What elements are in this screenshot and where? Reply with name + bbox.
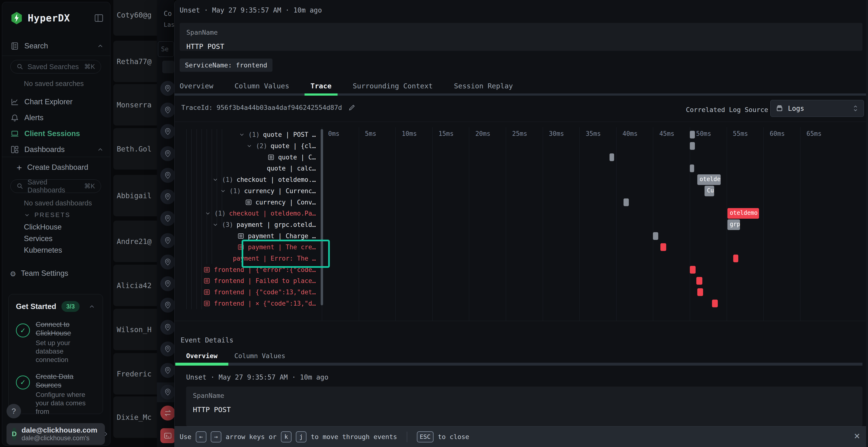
location-pin-icon[interactable] bbox=[160, 189, 175, 204]
trace-span-bar[interactable] bbox=[610, 153, 614, 161]
tab-column-values[interactable]: Column Values bbox=[235, 82, 289, 90]
tab-surrounding-context[interactable]: Surrounding Context bbox=[353, 82, 433, 90]
trace-span-bar[interactable] bbox=[690, 142, 695, 150]
trace-tree-row[interactable]: quote | calc… bbox=[175, 163, 319, 174]
chevron-down-icon[interactable] bbox=[239, 132, 245, 138]
timeline-gridline bbox=[506, 127, 506, 321]
trace-tree-row[interactable]: frontend | {"code":13,"det… bbox=[175, 286, 319, 298]
saved-dashboards-placeholder: Saved Dashboards bbox=[28, 178, 80, 194]
edit-pencil-icon[interactable] bbox=[348, 104, 356, 111]
create-dashboard-button[interactable]: + Create Dashboard bbox=[17, 161, 104, 174]
location-pin-icon[interactable] bbox=[160, 103, 175, 117]
session-name: Coty60@g bbox=[117, 11, 152, 19]
saved-dashboards-input[interactable]: Saved Dashboards ⌘K bbox=[10, 179, 101, 193]
trace-span-bar[interactable] bbox=[733, 254, 738, 262]
trace-span-bar[interactable]: grpc bbox=[727, 219, 740, 230]
trace-span-bar[interactable] bbox=[660, 243, 666, 251]
trace-tree-row[interactable]: (3)payment | grpc.oteld… bbox=[175, 219, 319, 231]
location-pin-icon[interactable] bbox=[160, 342, 175, 356]
trace-tree-row[interactable]: currency | Conv… bbox=[175, 197, 319, 208]
location-pin-icon[interactable] bbox=[160, 81, 175, 96]
app-root: Coty60@gRetha77@MonserraBeth.GolAbbigail… bbox=[0, 0, 868, 447]
waterfall-scrollbar[interactable] bbox=[321, 129, 323, 305]
location-pin-icon[interactable] bbox=[160, 298, 175, 313]
trace-span-bar[interactable]: oteldemo. bbox=[697, 174, 721, 185]
get-started-item[interactable]: ✓Create Data SourcesConfigure where your… bbox=[16, 372, 95, 414]
trace-span-bar[interactable] bbox=[697, 288, 703, 296]
trace-span-bar[interactable] bbox=[690, 266, 695, 274]
location-pin-icon[interactable] bbox=[160, 276, 175, 291]
trace-span-bar[interactable] bbox=[690, 131, 695, 138]
trace-span-bar-label: oteldemo. bbox=[727, 208, 759, 216]
trace-tree-row[interactable]: (1)quote | POST … bbox=[175, 129, 319, 140]
close-icon[interactable]: × bbox=[854, 431, 860, 441]
timeline-axis-label: 40ms bbox=[623, 130, 638, 137]
sidebar-item-alerts[interactable]: Alerts bbox=[10, 111, 104, 124]
location-pin-icon[interactable] bbox=[160, 385, 175, 400]
trace-span-bar[interactable] bbox=[623, 199, 628, 206]
trace-span-bar[interactable] bbox=[690, 165, 694, 172]
tab-session-replay[interactable]: Session Replay bbox=[454, 82, 513, 90]
sidebar-item-dashboards[interactable]: Dashboards bbox=[10, 143, 104, 156]
tab-column-values[interactable]: Column Values bbox=[235, 352, 285, 359]
location-pin-icon[interactable] bbox=[160, 124, 175, 139]
session-button-fragment[interactable] bbox=[162, 61, 174, 73]
chevron-up-icon[interactable] bbox=[97, 42, 104, 49]
location-pin-icon[interactable] bbox=[160, 320, 175, 335]
chevron-down-icon[interactable] bbox=[205, 210, 211, 216]
trace-tree-row[interactable]: (1)checkout | oteldemo.… bbox=[175, 174, 319, 185]
sidebar-collapse-icon[interactable] bbox=[94, 13, 104, 23]
tab-trace[interactable]: Trace bbox=[311, 82, 332, 90]
trace-tree-row[interactable]: frontend | × {"code":13,"d… bbox=[175, 298, 319, 309]
chevron-down-icon[interactable] bbox=[246, 143, 252, 149]
chevron-up-icon[interactable] bbox=[88, 303, 95, 310]
event-details-tabs: OverviewColumn Values bbox=[186, 352, 285, 359]
user-menu[interactable]: D dale@clickhouse.com dale@clickhouse.co… bbox=[6, 423, 105, 445]
trace-span-bar[interactable]: oteldemo. bbox=[727, 208, 759, 219]
preset-item-clickhouse[interactable]: ClickHouse bbox=[24, 223, 62, 232]
sidebar-item-team-settings[interactable]: ⚙ Team Settings bbox=[10, 267, 104, 280]
session-search-fragment[interactable]: Se bbox=[158, 41, 174, 57]
chevron-down-icon[interactable] bbox=[212, 221, 218, 228]
trace-tree-row[interactable]: (2)quote | {cl… bbox=[175, 140, 319, 152]
sidebar-item-client-sessions[interactable]: Client Sessions bbox=[10, 128, 104, 140]
location-pin-icon[interactable] bbox=[160, 168, 175, 183]
terminal-icon[interactable] bbox=[160, 428, 175, 443]
event-details-span-card: SpanName HTTP POST bbox=[186, 386, 863, 426]
location-pin-icon[interactable] bbox=[160, 254, 175, 270]
trace-tree-row[interactable]: frontend | Failed to place… bbox=[175, 275, 319, 286]
trace-span-bar[interactable] bbox=[696, 277, 702, 285]
trace-span-bar[interactable] bbox=[653, 232, 658, 240]
preset-item-services[interactable]: Services bbox=[24, 234, 53, 243]
trace-tree-row[interactable]: (1)currency | Currenc… bbox=[175, 185, 319, 197]
trace-span-bar-label: oteldemo. bbox=[697, 174, 721, 182]
trace-tree-row[interactable]: quote | C… bbox=[175, 151, 319, 163]
presets-toggle[interactable]: PRESETS bbox=[24, 211, 70, 219]
log-source-select[interactable]: Logs bbox=[770, 100, 864, 117]
swap-arrows-icon[interactable] bbox=[160, 406, 175, 420]
trace-span-bar[interactable]: Cu bbox=[705, 186, 714, 196]
trace-row-label: payment | grpc.oteld… bbox=[237, 221, 316, 228]
chevron-down-icon[interactable] bbox=[212, 176, 218, 183]
sidebar-item-chart-explorer[interactable]: Chart Explorer bbox=[10, 96, 104, 108]
trace-tree-row[interactable]: (1)checkout | oteldemo.Pa… bbox=[175, 208, 319, 219]
location-pin-icon[interactable] bbox=[160, 211, 175, 226]
location-pin-icon[interactable] bbox=[160, 146, 175, 161]
tab-overview[interactable]: Overview bbox=[180, 82, 213, 90]
left-arrow-keycap: ← bbox=[196, 431, 207, 442]
help-button[interactable]: ? bbox=[6, 404, 21, 418]
span-child-count: (3) bbox=[222, 221, 233, 228]
location-pin-icon[interactable] bbox=[160, 363, 175, 378]
tab-overview[interactable]: Overview bbox=[186, 352, 217, 359]
chevron-down-icon[interactable] bbox=[220, 188, 226, 194]
service-name-chip[interactable]: ServiceName: frontend bbox=[180, 59, 273, 72]
preset-item-kubernetes[interactable]: Kubernetes bbox=[24, 246, 62, 254]
page-scrollbar-track[interactable] bbox=[866, 0, 868, 447]
saved-searches-input[interactable]: Saved Searches ⌘K bbox=[10, 60, 101, 73]
trace-span-bar[interactable] bbox=[712, 300, 718, 307]
trace-row-label: quote | {cl… bbox=[271, 142, 316, 149]
get-started-item[interactable]: ✓Connect to ClickHouseSet up your databa… bbox=[16, 320, 95, 364]
sidebar-item-search[interactable]: Search bbox=[10, 40, 104, 52]
location-pin-icon[interactable] bbox=[160, 233, 175, 248]
chevron-up-icon[interactable] bbox=[97, 146, 104, 153]
